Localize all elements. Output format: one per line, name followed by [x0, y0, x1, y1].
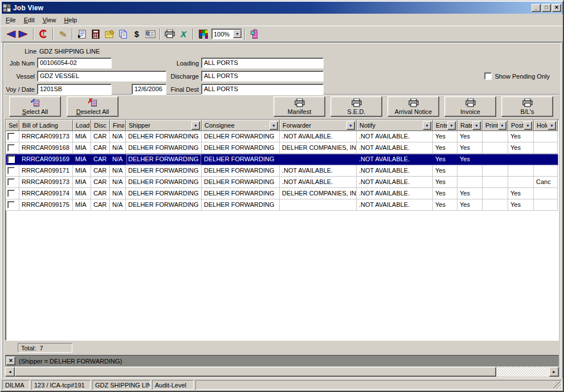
row-select-checkbox[interactable]: [7, 144, 15, 152]
manifest-button[interactable]: Manifest: [273, 96, 325, 117]
back-icon[interactable]: [3, 27, 17, 41]
cell-final[interactable]: N/A: [110, 154, 126, 165]
close-button[interactable]: ✕: [552, 4, 561, 12]
cell-bill-of-lading[interactable]: RRRCAR099175: [19, 199, 73, 211]
cell-notify[interactable]: .NOT AVAILABLE.: [357, 188, 433, 199]
col-header-forwarder[interactable]: Forwarder▼: [280, 120, 357, 131]
b-l-s-button[interactable]: B/L's: [501, 96, 553, 117]
notes-icon[interactable]: [103, 27, 116, 41]
row-select-checkbox[interactable]: [7, 167, 15, 174]
cell-post[interactable]: [508, 165, 534, 177]
cell-load[interactable]: MIA: [73, 199, 91, 211]
col-header-final[interactable]: Final: [110, 120, 126, 131]
cell-hold[interactable]: [534, 199, 558, 211]
minimize-button[interactable]: _: [532, 4, 541, 12]
cell-hold[interactable]: [534, 131, 558, 142]
cell-hold[interactable]: [534, 142, 558, 154]
cell-load[interactable]: MIA: [73, 142, 91, 154]
invoice-button[interactable]: Invoice: [444, 96, 496, 117]
row-select-checkbox[interactable]: [7, 133, 15, 140]
cell-disc[interactable]: CAR: [91, 177, 110, 188]
cell-rate[interactable]: Yes: [457, 142, 483, 154]
cell-print[interactable]: [483, 177, 508, 188]
cell-shipper[interactable]: DELHER FORWARDING: [126, 142, 202, 154]
cell-enter[interactable]: Yes: [433, 165, 457, 177]
cell-notify[interactable]: .NOT AVAILABLE.: [357, 165, 433, 177]
menu-view[interactable]: View: [39, 15, 60, 25]
cell-disc[interactable]: CAR: [91, 199, 110, 211]
grid-row[interactable]: RRRCAR099175MIACARN/ADELHER FORWARDINGDE…: [6, 199, 558, 211]
print-icon[interactable]: [163, 27, 177, 41]
cell-forwarder[interactable]: .NOT AVAILABLE.: [280, 177, 357, 188]
edit-pencil-icon[interactable]: ✎: [56, 27, 70, 41]
cell-disc[interactable]: CAR: [91, 154, 110, 165]
cell-final[interactable]: N/A: [110, 131, 126, 142]
grid-row[interactable]: RRRCAR099168MIACARN/ADELHER FORWARDINGDE…: [6, 142, 558, 154]
cell-print[interactable]: [483, 199, 508, 211]
clear-filter-button[interactable]: ✕: [6, 357, 15, 365]
excel-export-icon[interactable]: X: [177, 27, 190, 41]
refresh-icon[interactable]: [36, 27, 50, 41]
calculator-icon[interactable]: [89, 27, 103, 41]
card-icon[interactable]: [144, 27, 157, 41]
cell-consignee[interactable]: DELHER FORWARDING: [202, 154, 280, 165]
report-icon[interactable]: [75, 27, 89, 41]
color-grid-icon[interactable]: [196, 27, 210, 41]
cell-shipper[interactable]: DELHER FORWARDING: [126, 154, 202, 165]
cell-shipper[interactable]: DELHER FORWARDING: [126, 199, 202, 211]
cell-bill-of-lading[interactable]: RRRCAR099169: [19, 154, 73, 165]
dollar-icon[interactable]: $: [130, 27, 144, 41]
row-select-checkbox[interactable]: [7, 178, 15, 186]
cell-disc[interactable]: CAR: [91, 165, 110, 177]
s-e-d-button[interactable]: S.E.D.: [330, 96, 382, 117]
scroll-right-icon[interactable]: ►: [549, 367, 559, 377]
col-header-sel[interactable]: Sel: [6, 120, 19, 131]
vessel-input[interactable]: GDZ VESSEL: [37, 71, 166, 81]
discharge-input[interactable]: ALL PORTS: [201, 71, 324, 81]
row-select-checkbox[interactable]: [7, 201, 15, 209]
cell-forwarder[interactable]: [280, 154, 357, 165]
col-header-enter[interactable]: Enter▼: [433, 120, 457, 131]
col-header-notify[interactable]: Notify▼: [357, 120, 433, 131]
cell-load[interactable]: MIA: [73, 154, 91, 165]
cell-print[interactable]: [483, 188, 508, 199]
filter-dropdown-icon[interactable]: ▼: [269, 121, 278, 130]
cell-shipper[interactable]: DELHER FORWARDING: [126, 131, 202, 142]
col-header-shipper[interactable]: Shipper▼: [126, 120, 202, 131]
cell-disc[interactable]: CAR: [91, 142, 110, 154]
cell-enter[interactable]: Yes: [433, 154, 457, 165]
cell-final[interactable]: N/A: [110, 142, 126, 154]
cell-forwarder[interactable]: DELHER COMPANIES, INC.: [280, 188, 357, 199]
cell-hold[interactable]: Canc: [534, 177, 558, 188]
select-all-button[interactable]: ✓ Select All: [9, 96, 61, 117]
cell-forwarder[interactable]: [280, 199, 357, 211]
cell-notify[interactable]: .NOT AVAILABLE.: [357, 154, 433, 165]
cell-print[interactable]: [483, 131, 508, 142]
cell-hold[interactable]: [534, 154, 558, 165]
cell-hold[interactable]: [534, 188, 558, 199]
grid-row[interactable]: RRRCAR099173MIACARN/ADELHER FORWARDINGDE…: [6, 177, 558, 188]
cell-enter[interactable]: Yes: [433, 142, 457, 154]
filter-dropdown-icon[interactable]: ▼: [423, 121, 431, 130]
job-num-input[interactable]: 00106054-02: [37, 58, 112, 68]
deselect-all-button[interactable]: ✗ Deselect All: [67, 96, 118, 117]
cell-post[interactable]: [508, 177, 534, 188]
col-header-load[interactable]: Load: [73, 120, 91, 131]
grid-row[interactable]: RRRCAR099173MIACARN/ADELHER FORWARDINGDE…: [6, 131, 558, 142]
cell-print[interactable]: [483, 142, 508, 154]
forward-icon[interactable]: [17, 27, 31, 41]
cell-print[interactable]: [483, 154, 508, 165]
cell-consignee[interactable]: DELHER FORWARDING: [202, 188, 280, 199]
resize-grip[interactable]: [554, 382, 561, 389]
cell-rate[interactable]: Yes: [457, 188, 483, 199]
cell-enter[interactable]: Yes: [433, 131, 457, 142]
cell-load[interactable]: MIA: [73, 131, 91, 142]
filter-dropdown-icon[interactable]: ▼: [447, 121, 456, 130]
cell-notify[interactable]: .NOT AVAILABLE.: [357, 142, 433, 154]
cell-consignee[interactable]: DELHER FORWARDING: [202, 165, 280, 177]
horizontal-scrollbar[interactable]: ◄ ►: [5, 367, 559, 377]
col-header-hold[interactable]: Hold▼: [534, 120, 558, 131]
scrollbar-track[interactable]: [496, 367, 549, 377]
cell-shipper[interactable]: DELHER FORWARDING: [126, 177, 202, 188]
cell-post[interactable]: Yes: [508, 188, 534, 199]
